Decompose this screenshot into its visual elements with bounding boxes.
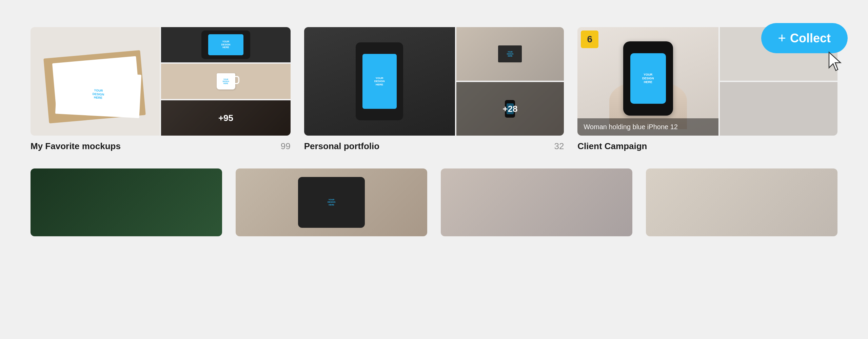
partial-fashion[interactable]: [646, 168, 837, 236]
portfolio-count: 32: [554, 141, 564, 152]
favorites-count: 99: [281, 141, 291, 152]
campaign-phone-label: YOURDESIGNHERE: [642, 73, 654, 84]
collection-portfolio[interactable]: YOURDESIGNHERE YOURDESIGNHERE: [304, 27, 564, 152]
biz-card-design-label-2: YOURDESIGNHERE: [92, 88, 104, 100]
favorites-name: My Favorite mockups: [31, 141, 121, 152]
portfolio-name: Personal portfolio: [304, 141, 379, 152]
favorites-main-cell: YOURDESIGNHERE YOURDESIGNHERE: [31, 27, 160, 136]
portfolio-overlay-badge: +28: [456, 82, 564, 136]
portfolio-right-bot: +28: [456, 82, 564, 136]
collections-row-1: YOURDESIGNHERE YOURDESIGNHERE YOURDESIGN…: [31, 27, 837, 152]
collect-label: Collect: [790, 31, 831, 45]
portfolio-right-top: YOURDESIGNHERE: [456, 27, 564, 81]
favorites-overlay-badge: +95: [161, 100, 290, 136]
favorites-mosaic: YOURDESIGNHERE YOURDESIGNHERE YOURDESIGN…: [31, 27, 291, 136]
collection-favorites[interactable]: YOURDESIGNHERE YOURDESIGNHERE YOURDESIGN…: [31, 27, 291, 152]
campaign-meta: Client Campaign: [577, 141, 837, 152]
partial-plants-mosaic: [31, 168, 222, 236]
campaign-main-cell: YOURDESIGNHERE Woman holding blue iPhone…: [577, 27, 718, 136]
campaign-side-2: [720, 82, 837, 136]
portfolio-phone-label: YOURDESIGNHERE: [374, 77, 385, 86]
watch-label: YOURDESIGNHERE: [328, 199, 335, 206]
portfolio-meta: Personal portfolio 32: [304, 141, 564, 152]
favorites-meta: My Favorite mockups 99: [31, 141, 291, 152]
favorites-right-bot: +95: [161, 100, 290, 136]
collect-plus-icon: +: [778, 31, 786, 46]
partial-fashion-mosaic: [646, 168, 837, 236]
partial-plants[interactable]: [31, 168, 222, 236]
phone-design-label: YOURDESIGNHERE: [221, 40, 231, 49]
favorites-right-mid: YOURDESIGNHERE: [161, 64, 290, 99]
partial-portrait-mosaic: [441, 168, 632, 236]
campaign-name: Client Campaign: [577, 141, 647, 152]
campaign-number-badge: 6: [581, 31, 598, 48]
collections-row-2: YOURDESIGNHERE: [31, 168, 837, 236]
partial-portrait[interactable]: [441, 168, 632, 236]
mug-design-label: YOURDESIGNHERE: [222, 78, 229, 84]
page-container: + Collect YOURDESIGNHERE: [0, 0, 868, 339]
campaign-hover-tooltip: Woman holding blue iPhone 12: [577, 118, 718, 136]
portfolio-main-cell: YOURDESIGNHERE: [304, 27, 455, 136]
partial-watch-mosaic: YOURDESIGNHERE: [236, 168, 427, 236]
biz-card-stack: YOURDESIGNHERE YOURDESIGNHERE: [31, 27, 160, 136]
favorites-right-top: YOURDESIGNHERE: [161, 27, 290, 62]
partial-watch[interactable]: YOURDESIGNHERE: [236, 168, 427, 236]
monitor-label: YOURDESIGNHERE: [507, 51, 513, 57]
collect-button[interactable]: + Collect: [761, 23, 848, 53]
portfolio-mosaic: YOURDESIGNHERE YOURDESIGNHERE: [304, 27, 564, 136]
